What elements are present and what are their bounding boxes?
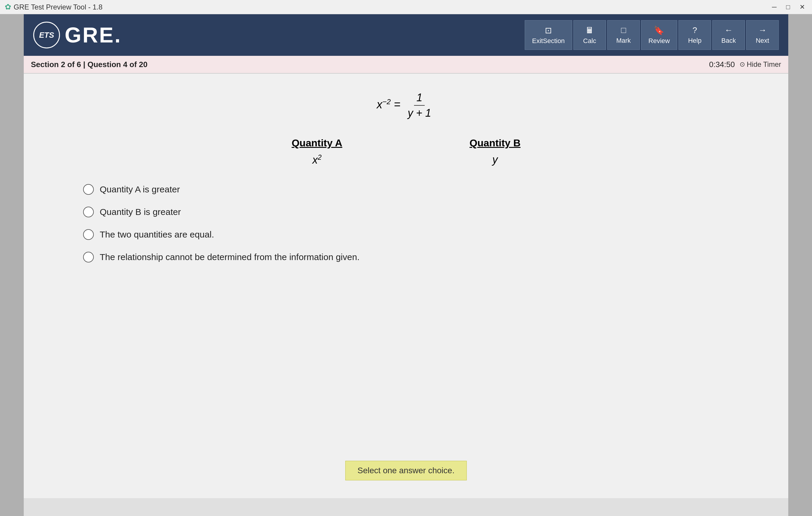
top-nav: ETS GRE. ⊡ ExitSection 🖩 Calc □ Mark 🔖 R… <box>24 14 788 56</box>
logo-area: ETS GRE. <box>33 22 122 48</box>
timer-display: 0:34:50 <box>709 60 735 69</box>
app-container: ETS GRE. ⊡ ExitSection 🖩 Calc □ Mark 🔖 R… <box>24 14 788 516</box>
quantity-b-value: y <box>465 153 525 166</box>
gre-text: GRE. <box>65 23 122 47</box>
answer-choices: Quantity A is greater Quantity B is grea… <box>83 184 764 262</box>
review-label: Review <box>648 37 670 45</box>
fraction-numerator: 1 <box>414 91 425 106</box>
fraction-denominator: y + 1 <box>405 106 434 119</box>
choice-d-text: The relationship cannot be determined fr… <box>100 252 360 262</box>
section-info: Section 2 of 6 | Question 4 of 20 <box>31 60 147 69</box>
exit-section-button[interactable]: ⊡ ExitSection <box>525 20 572 50</box>
window-titlebar: ✿ GRE Test Preview Tool - 1.8 ─ □ ✕ <box>0 0 812 14</box>
window-title: ✿ GRE Test Preview Tool - 1.8 <box>5 2 103 11</box>
exit-section-icon: ⊡ <box>545 26 552 35</box>
choice-a[interactable]: Quantity A is greater <box>83 184 764 195</box>
app-icon: ✿ <box>5 2 11 11</box>
equation-section: x−2 = 1 y + 1 <box>48 91 764 119</box>
minimize-button[interactable]: ─ <box>770 2 779 12</box>
gre-label: GRE. <box>65 23 122 47</box>
help-icon: ? <box>692 26 697 35</box>
back-label: Back <box>722 37 736 45</box>
help-button[interactable]: ? Help <box>678 20 711 50</box>
choice-d[interactable]: The relationship cannot be determined fr… <box>83 252 764 262</box>
next-icon: → <box>758 26 766 35</box>
hide-timer-circle-icon: ⊙ <box>740 61 745 68</box>
close-button[interactable]: ✕ <box>797 2 807 12</box>
title-text: GRE Test Preview Tool - 1.8 <box>13 3 103 11</box>
quantities-section: Quantity A x2 Quantity B y <box>48 137 764 166</box>
calc-icon: 🖩 <box>585 26 594 35</box>
quantity-a-column: Quantity A x2 <box>287 137 347 166</box>
choice-c-text: The two quantities are equal. <box>100 229 214 239</box>
choice-b-text: Quantity B is greater <box>100 207 181 217</box>
hide-timer-label: Hide Timer <box>747 60 781 68</box>
radio-c[interactable] <box>83 229 94 240</box>
ets-label: ETS <box>39 31 54 40</box>
section-bar: Section 2 of 6 | Question 4 of 20 0:34:5… <box>24 56 788 74</box>
notice-text: Select one answer choice. <box>358 466 455 475</box>
window-controls[interactable]: ─ □ ✕ <box>770 2 807 12</box>
eq-left: x−2 = <box>377 98 400 111</box>
bottom-notice: Select one answer choice. <box>345 461 467 480</box>
radio-a[interactable] <box>83 184 94 195</box>
choice-a-text: Quantity A is greater <box>100 184 180 195</box>
mark-label: Mark <box>616 37 631 45</box>
main-content: x−2 = 1 y + 1 Quantity A x2 Quantity B y <box>24 74 788 498</box>
quantity-a-value: x2 <box>287 153 347 166</box>
calc-button[interactable]: 🖩 Calc <box>573 20 606 50</box>
back-button[interactable]: ← Back <box>712 20 745 50</box>
radio-d[interactable] <box>83 252 94 262</box>
equation-display: x−2 = 1 y + 1 <box>377 91 435 119</box>
choice-b[interactable]: Quantity B is greater <box>83 207 764 217</box>
quantity-a-header: Quantity A <box>287 137 347 149</box>
choice-c[interactable]: The two quantities are equal. <box>83 229 764 240</box>
mark-button[interactable]: □ Mark <box>607 20 640 50</box>
radio-b[interactable] <box>83 207 94 217</box>
hide-timer-button[interactable]: ⊙ Hide Timer <box>740 60 781 68</box>
exit-section-label: ExitSection <box>532 37 565 45</box>
review-icon: 🔖 <box>654 26 664 35</box>
back-icon: ← <box>724 26 733 35</box>
review-button[interactable]: 🔖 Review <box>641 20 677 50</box>
next-button[interactable]: → Next <box>746 20 779 50</box>
next-label: Next <box>756 37 769 45</box>
equation-fraction: 1 y + 1 <box>405 91 434 119</box>
quantity-b-column: Quantity B y <box>465 137 525 166</box>
ets-logo: ETS <box>33 22 60 48</box>
timer-area: 0:34:50 ⊙ Hide Timer <box>709 60 781 69</box>
mark-icon: □ <box>621 26 626 35</box>
help-label: Help <box>688 37 701 45</box>
nav-buttons: ⊡ ExitSection 🖩 Calc □ Mark 🔖 Review ? H… <box>525 20 779 50</box>
calc-label: Calc <box>583 37 596 45</box>
quantity-b-header: Quantity B <box>465 137 525 149</box>
maximize-button[interactable]: □ <box>784 2 792 12</box>
